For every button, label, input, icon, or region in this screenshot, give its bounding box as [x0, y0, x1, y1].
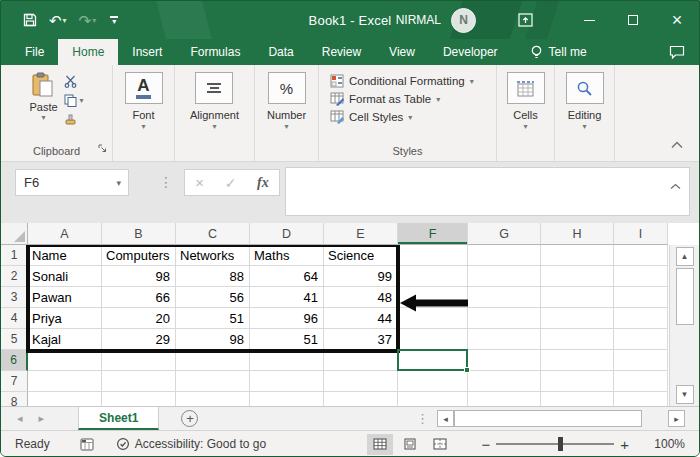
cell-H6[interactable]	[541, 350, 614, 371]
macro-record-button[interactable]	[80, 438, 94, 451]
cell-H5[interactable]	[541, 329, 614, 350]
editing-button[interactable]: Editing ▾	[566, 72, 604, 131]
cell-C8[interactable]	[176, 392, 250, 406]
cell-E5[interactable]: 37	[324, 329, 398, 350]
format-painter-button[interactable]	[64, 112, 84, 126]
cell-A4[interactable]: Priya	[28, 308, 102, 329]
horizontal-scrollbar-thumb[interactable]	[454, 410, 642, 427]
cell-A8[interactable]	[28, 392, 102, 406]
accessibility-status[interactable]: Accessibility: Good to go	[116, 437, 266, 451]
format-as-table-button[interactable]: Format as Table ▾	[330, 92, 440, 106]
formula-bar-collapse-button[interactable]	[670, 176, 681, 194]
cell-D4[interactable]: 96	[250, 308, 324, 329]
cell-F1[interactable]	[398, 245, 468, 266]
vertical-scrollbar-thumb[interactable]	[676, 268, 694, 325]
cell-I8[interactable]	[614, 392, 668, 406]
cells-button[interactable]: Cells ▾	[507, 72, 545, 131]
tab-file[interactable]: File	[11, 39, 58, 65]
cell-C4[interactable]: 51	[176, 308, 250, 329]
cell-G8[interactable]	[468, 392, 541, 406]
enter-icon[interactable]: ✓	[225, 175, 237, 191]
cell-H2[interactable]	[541, 266, 614, 287]
paste-button[interactable]: Paste ▾	[29, 72, 57, 126]
cell-B3[interactable]: 66	[102, 287, 176, 308]
zoom-slider-thumb[interactable]	[558, 437, 563, 451]
select-all-button[interactable]	[1, 223, 28, 245]
cell-I7[interactable]	[614, 371, 668, 392]
clipboard-dialog-launcher[interactable]	[98, 139, 107, 157]
cell-I5[interactable]	[614, 329, 668, 350]
copy-button[interactable]: ▾	[64, 93, 84, 107]
cell-I3[interactable]	[614, 287, 668, 308]
redo-button[interactable]: ↷▾	[75, 11, 101, 30]
cell-F6[interactable]	[398, 350, 468, 371]
row-header-6[interactable]: 6	[1, 350, 28, 371]
cell-C7[interactable]	[176, 371, 250, 392]
cell-I6[interactable]	[614, 350, 668, 371]
user-name[interactable]: NIRMAL	[396, 13, 441, 27]
cell-D5[interactable]: 51	[250, 329, 324, 350]
insert-function-button[interactable]: fx	[257, 175, 269, 191]
cell-G4[interactable]	[468, 308, 541, 329]
cell-C3[interactable]: 56	[176, 287, 250, 308]
cell-B8[interactable]	[102, 392, 176, 406]
cell-A2[interactable]: Sonali	[28, 266, 102, 287]
row-header-1[interactable]: 1	[1, 245, 28, 266]
cell-G5[interactable]	[468, 329, 541, 350]
column-header-C[interactable]: C	[176, 223, 250, 245]
cell-I1[interactable]	[614, 245, 668, 266]
zoom-in-button[interactable]: +	[614, 436, 635, 453]
scroll-up-icon[interactable]: ▲	[676, 247, 694, 266]
cell-D2[interactable]: 64	[250, 266, 324, 287]
cell-E7[interactable]	[324, 371, 398, 392]
zoom-level[interactable]: 100%	[647, 437, 685, 451]
cell-F2[interactable]	[398, 266, 468, 287]
new-sheet-button[interactable]: +	[181, 410, 198, 427]
tell-me-box[interactable]: Tell me	[520, 39, 597, 65]
cell-D3[interactable]: 41	[250, 287, 324, 308]
cell-A5[interactable]: Kajal	[28, 329, 102, 350]
cell-A6[interactable]	[28, 350, 102, 371]
cell-A7[interactable]	[28, 371, 102, 392]
scroll-down-icon[interactable]: ▼	[676, 385, 694, 404]
cell-B5[interactable]: 29	[102, 329, 176, 350]
cell-C2[interactable]: 88	[176, 266, 250, 287]
scroll-left-icon[interactable]: ◂	[437, 410, 454, 427]
cell-F8[interactable]	[398, 392, 468, 406]
formula-bar-drag-handle[interactable]: ⋮	[159, 171, 173, 193]
cell-E4[interactable]: 44	[324, 308, 398, 329]
cell-B7[interactable]	[102, 371, 176, 392]
tab-insert[interactable]: Insert	[118, 39, 176, 65]
cell-D6[interactable]	[250, 350, 324, 371]
cell-I2[interactable]	[614, 266, 668, 287]
column-header-D[interactable]: D	[250, 223, 324, 245]
cell-B4[interactable]: 20	[102, 308, 176, 329]
cell-H7[interactable]	[541, 371, 614, 392]
sheet-tab-sheet1[interactable]: Sheet1	[78, 407, 159, 430]
tab-home[interactable]: Home	[58, 39, 118, 65]
sheet-nav-left-icon[interactable]: ◂	[1, 407, 31, 430]
normal-view-button[interactable]	[367, 434, 393, 455]
conditional-formatting-button[interactable]: Conditional Formatting ▾	[330, 74, 474, 88]
cell-G7[interactable]	[468, 371, 541, 392]
maximize-button[interactable]	[611, 1, 655, 39]
number-button[interactable]: % Number ▾	[267, 72, 306, 131]
tab-formulas[interactable]: Formulas	[176, 39, 254, 65]
name-box[interactable]: F6 ▾	[15, 169, 129, 196]
minimize-button[interactable]	[567, 1, 611, 39]
close-button[interactable]: ×	[655, 1, 699, 39]
tab-developer[interactable]: Developer	[429, 39, 512, 65]
column-header-I[interactable]: I	[614, 223, 668, 245]
row-header-5[interactable]: 5	[1, 329, 28, 350]
cell-A1[interactable]: Name	[28, 245, 102, 266]
cell-F7[interactable]	[398, 371, 468, 392]
vertical-scrollbar[interactable]: ▲ ▼	[669, 245, 699, 406]
horizontal-scrollbar-track[interactable]	[642, 410, 668, 427]
cell-H1[interactable]	[541, 245, 614, 266]
cell-A3[interactable]: Pawan	[28, 287, 102, 308]
page-layout-view-button[interactable]	[397, 434, 423, 455]
cell-C6[interactable]	[176, 350, 250, 371]
cell-H3[interactable]	[541, 287, 614, 308]
cell-styles-button[interactable]: Cell Styles ▾	[330, 110, 412, 124]
cell-E8[interactable]	[324, 392, 398, 406]
